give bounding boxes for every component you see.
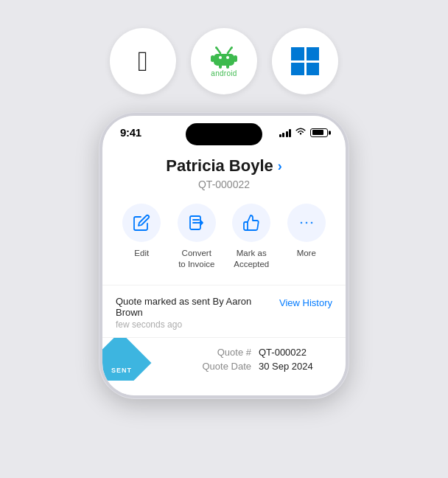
quote-details: SENT Quote # QT-000022 Quote Date 30 Sep… (102, 337, 346, 381)
phone-mockup: 9:41 (99, 112, 349, 399)
activity-time: few seconds ago (116, 319, 279, 330)
status-time: 9:41 (120, 126, 141, 139)
phone-content: Patricia Boyle › QT-000022 Edit (102, 156, 346, 395)
svg-point-9 (215, 46, 217, 49)
quote-date-value: 30 Sep 2024 (259, 361, 332, 372)
chevron-right-icon: › (278, 159, 282, 174)
action-buttons-row: Edit Convertto Invoice (102, 204, 346, 270)
status-icons (279, 127, 329, 138)
apple-platform[interactable]:  (110, 28, 176, 94)
quote-number: QT-000022 (102, 179, 346, 190)
quote-activity: Quote marked as sent By Aaron Brown few … (102, 285, 346, 337)
quote-number-row: Quote # QT-000022 (116, 347, 332, 358)
more-icon-circle (287, 204, 326, 242)
svg-line-8 (228, 48, 231, 53)
android-platform[interactable]: android (191, 28, 257, 94)
status-bar: 9:41 (102, 116, 346, 142)
svg-point-6 (226, 56, 229, 59)
convert-invoice-button[interactable]: Convertto Invoice (173, 204, 220, 270)
edit-icon-circle (122, 204, 161, 242)
phone-screen: 9:41 (102, 116, 346, 395)
wifi-icon (295, 127, 307, 138)
quote-number-value: QT-000022 (259, 347, 332, 358)
svg-point-14 (301, 222, 302, 224)
svg-rect-1 (211, 55, 214, 62)
svg-point-13 (311, 222, 312, 224)
signal-icon (279, 128, 292, 137)
thumbsup-icon-circle (232, 204, 270, 242)
edit-action-button[interactable]: Edit (118, 204, 165, 270)
android-icon (209, 45, 239, 69)
sent-badge: SENT (102, 337, 151, 381)
more-icon (298, 214, 315, 232)
dynamic-island (186, 123, 262, 145)
activity-text: Quote marked as sent By Aaron Brown (116, 296, 279, 318)
svg-point-12 (306, 222, 307, 224)
quote-date-label: Quote Date (203, 361, 252, 372)
sent-badge-text: SENT (111, 366, 132, 373)
activity-info: Quote marked as sent By Aaron Brown few … (116, 296, 279, 330)
windows-platform[interactable] (272, 28, 338, 94)
pencil-icon (133, 214, 150, 232)
convert-icon-circle (178, 204, 216, 242)
platform-icons-row:  android (110, 28, 338, 94)
more-label: More (297, 248, 316, 259)
svg-rect-0 (214, 54, 234, 66)
edit-label: Edit (134, 248, 149, 259)
svg-rect-4 (226, 63, 229, 69)
svg-rect-3 (219, 63, 222, 69)
client-name[interactable]: Patricia Boyle › (102, 156, 346, 176)
thumbsup-icon (242, 214, 260, 232)
svg-point-5 (219, 56, 222, 59)
quote-number-label: Quote # (217, 347, 251, 358)
view-history-link[interactable]: View History (279, 297, 332, 308)
more-action-button[interactable]: More (283, 204, 330, 270)
svg-line-7 (217, 48, 220, 53)
android-robot: android (209, 45, 239, 77)
convert-label: Convertto Invoice (178, 248, 214, 270)
mark-accepted-button[interactable]: Mark asAccepted (228, 204, 275, 270)
android-label: android (211, 69, 237, 77)
svg-rect-2 (234, 55, 237, 62)
accept-label: Mark asAccepted (234, 248, 269, 270)
apple-icon:  (138, 47, 148, 75)
svg-point-10 (231, 46, 233, 49)
windows-icon (291, 47, 319, 75)
battery-icon (310, 128, 328, 137)
convert-icon (188, 214, 206, 232)
